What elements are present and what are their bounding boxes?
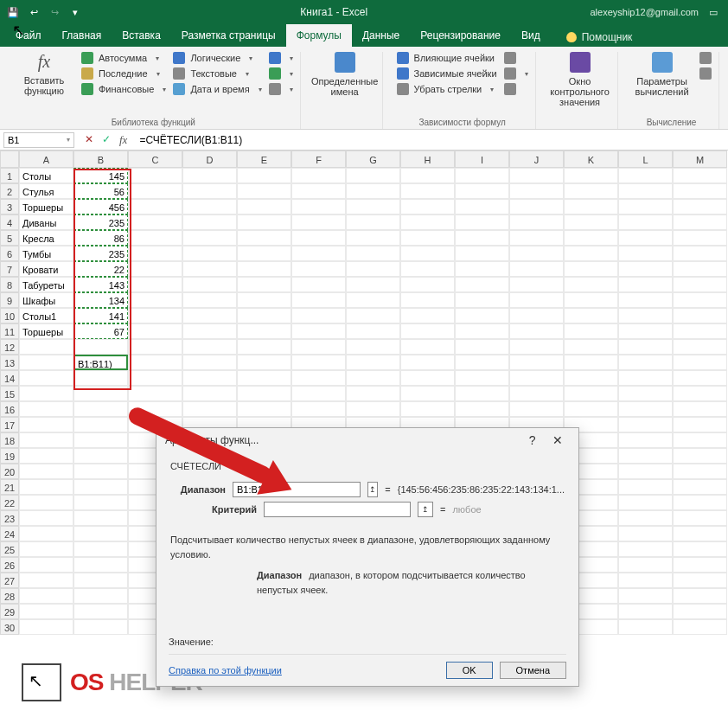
cell[interactable] (564, 370, 618, 386)
cell[interactable] (128, 370, 182, 386)
cell[interactable] (400, 370, 455, 386)
cell[interactable] (400, 277, 455, 292)
cell[interactable] (673, 199, 727, 214)
cell[interactable] (618, 510, 673, 526)
cell[interactable] (673, 355, 727, 370)
financial-button[interactable]: Финансовые (81, 83, 166, 95)
cell[interactable] (509, 339, 564, 355)
cell[interactable] (73, 619, 128, 635)
cell[interactable] (564, 168, 618, 183)
cell[interactable] (618, 541, 673, 557)
cell[interactable] (19, 417, 73, 432)
show-formulas-button[interactable] (504, 52, 528, 64)
cell[interactable] (618, 183, 673, 199)
cell[interactable] (73, 510, 128, 526)
cell[interactable]: Кровати (19, 261, 73, 277)
cell[interactable]: B1:B11) (73, 355, 128, 370)
cell[interactable] (509, 230, 564, 246)
cell[interactable] (182, 401, 237, 417)
cancel-formula-icon[interactable]: ✕ (85, 133, 93, 147)
row-header[interactable]: 8 (0, 277, 19, 292)
cell[interactable] (618, 214, 673, 230)
cell[interactable] (291, 323, 346, 339)
cell[interactable] (346, 261, 400, 277)
more-button[interactable] (269, 83, 293, 95)
cell[interactable] (673, 448, 727, 464)
cell[interactable] (673, 214, 727, 230)
cell[interactable] (673, 588, 727, 604)
cell[interactable]: Торшеры (19, 323, 73, 339)
cell[interactable] (564, 277, 618, 292)
cell[interactable] (618, 464, 673, 479)
row-header[interactable]: 11 (0, 323, 19, 339)
cell[interactable] (346, 183, 400, 199)
tab-insert[interactable]: Вставка (112, 24, 171, 47)
tell-me[interactable]: Помощник (559, 28, 640, 47)
column-header[interactable]: H (400, 150, 455, 168)
cell[interactable] (182, 323, 237, 339)
lookup-button[interactable] (269, 52, 293, 64)
cell[interactable] (19, 495, 73, 510)
cell[interactable] (291, 214, 346, 230)
cell[interactable] (19, 526, 73, 541)
cell[interactable] (73, 526, 128, 541)
cell[interactable] (237, 183, 291, 199)
cell[interactable] (618, 261, 673, 277)
cell[interactable] (291, 308, 346, 323)
row-header[interactable]: 4 (0, 214, 19, 230)
cell[interactable] (346, 199, 400, 214)
cell[interactable] (618, 573, 673, 588)
ok-button[interactable]: OK (446, 662, 493, 679)
cell[interactable] (73, 479, 128, 495)
cell[interactable] (128, 183, 182, 199)
row-header[interactable]: 6 (0, 246, 19, 261)
calc-sheet-button[interactable] (699, 67, 712, 80)
cell[interactable] (673, 183, 727, 199)
cell[interactable]: 456 (73, 199, 128, 214)
cell[interactable] (455, 168, 509, 183)
cell[interactable] (618, 619, 673, 635)
criteria-input[interactable] (264, 502, 411, 517)
cell[interactable] (291, 183, 346, 199)
cell[interactable] (618, 339, 673, 355)
cell[interactable] (564, 246, 618, 261)
cell[interactable] (19, 604, 73, 619)
help-icon[interactable]: ? (522, 433, 543, 447)
cell[interactable] (182, 261, 237, 277)
cell[interactable] (509, 401, 564, 417)
cell[interactable] (618, 495, 673, 510)
cell[interactable] (618, 199, 673, 214)
cell[interactable] (564, 199, 618, 214)
row-header[interactable]: 5 (0, 230, 19, 246)
cell[interactable] (128, 199, 182, 214)
cell[interactable] (564, 355, 618, 370)
autosum-button[interactable]: Автосумма (81, 52, 166, 64)
cell[interactable] (291, 261, 346, 277)
cell[interactable]: Торшеры (19, 199, 73, 214)
range-select-icon[interactable]: ↥ (367, 482, 378, 497)
cell[interactable] (400, 308, 455, 323)
cell[interactable]: 22 (73, 261, 128, 277)
cell[interactable] (673, 557, 727, 573)
cell[interactable]: 134 (73, 292, 128, 308)
cell[interactable] (128, 323, 182, 339)
cell[interactable] (455, 401, 509, 417)
text-button[interactable]: Текстовые (173, 67, 261, 80)
cell[interactable]: Столы1 (19, 308, 73, 323)
row-header[interactable]: 19 (0, 448, 19, 464)
row-header[interactable]: 10 (0, 308, 19, 323)
cell[interactable] (509, 277, 564, 292)
cell[interactable] (346, 355, 400, 370)
column-header[interactable]: C (128, 150, 182, 168)
cell[interactable] (73, 588, 128, 604)
cell[interactable] (128, 246, 182, 261)
cell[interactable] (673, 464, 727, 479)
cell[interactable] (673, 432, 727, 448)
calc-options-button[interactable]: Параметры вычислений (632, 52, 693, 97)
cell[interactable] (346, 230, 400, 246)
cell[interactable] (455, 355, 509, 370)
cell[interactable] (673, 573, 727, 588)
cell[interactable] (400, 386, 455, 401)
cell[interactable] (182, 214, 237, 230)
remove-arrows-button[interactable]: Убрать стрелки (397, 83, 497, 95)
